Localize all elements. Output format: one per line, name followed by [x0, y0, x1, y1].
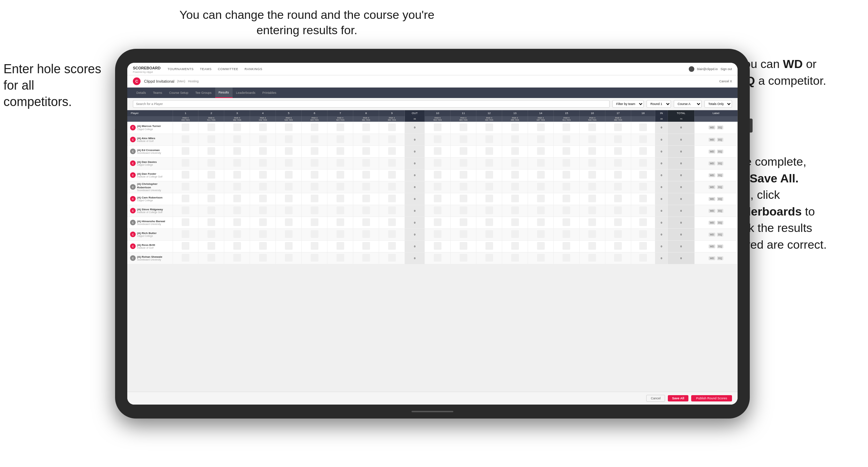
score-cell[interactable] — [485, 147, 493, 155]
score-cell[interactable] — [614, 171, 622, 179]
hole-1-input-8[interactable] — [173, 217, 198, 228]
hole-9-input-6[interactable] — [379, 193, 405, 205]
hole-12-input-7[interactable] — [476, 205, 502, 217]
hole-8-input-7[interactable] — [353, 205, 379, 217]
score-cell[interactable] — [311, 254, 318, 262]
score-cell[interactable] — [434, 242, 441, 250]
score-cell[interactable] — [511, 195, 519, 202]
hole-11-input-0[interactable] — [451, 122, 476, 134]
score-cell[interactable] — [259, 171, 267, 179]
hole-13-input-5[interactable] — [502, 181, 528, 193]
score-cell[interactable] — [588, 254, 596, 262]
hole-7-input-8[interactable] — [327, 217, 353, 228]
cancel-footer-button[interactable]: Cancel — [646, 395, 665, 402]
score-cell[interactable] — [639, 123, 647, 131]
wd-button[interactable]: WD — [709, 221, 716, 225]
score-cell[interactable] — [588, 171, 596, 179]
score-cell[interactable] — [639, 218, 647, 226]
score-cell[interactable] — [485, 135, 493, 143]
hole-6-input-7[interactable] — [302, 205, 327, 217]
score-cell[interactable] — [537, 171, 545, 179]
score-cell[interactable] — [311, 135, 318, 143]
hole-3-input-4[interactable] — [224, 169, 250, 181]
score-cell[interactable] — [537, 147, 545, 155]
score-cell[interactable] — [362, 242, 370, 250]
hole-1-input-4[interactable] — [173, 169, 198, 181]
score-cell[interactable] — [259, 195, 267, 202]
score-cell[interactable] — [460, 195, 467, 202]
hole-10-input-7[interactable] — [425, 205, 451, 217]
hole-16-input-3[interactable] — [579, 157, 605, 169]
hole-18-input-2[interactable] — [631, 145, 655, 157]
hole-10-input-4[interactable] — [425, 169, 451, 181]
score-cell[interactable] — [485, 123, 493, 131]
hole-11-input-1[interactable] — [451, 134, 476, 145]
score-cell[interactable] — [337, 183, 344, 190]
hole-2-input-4[interactable] — [198, 169, 224, 181]
dq-button[interactable]: DQ — [717, 209, 724, 213]
hole-17-input-1[interactable] — [605, 134, 631, 145]
score-cell[interactable] — [311, 218, 318, 226]
score-cell[interactable] — [337, 206, 344, 214]
hole-16-input-8[interactable] — [579, 217, 605, 228]
tab-leaderboards[interactable]: Leaderboards — [233, 88, 259, 98]
hole-15-input-6[interactable] — [554, 193, 580, 205]
score-cell[interactable] — [233, 254, 241, 262]
hole-12-input-0[interactable] — [476, 122, 502, 134]
hole-11-input-5[interactable] — [451, 181, 476, 193]
hole-1-input-10[interactable] — [173, 240, 198, 252]
score-cell[interactable] — [563, 195, 570, 202]
score-cell[interactable] — [614, 159, 622, 167]
score-cell[interactable] — [639, 254, 647, 262]
score-cell[interactable] — [511, 135, 519, 143]
score-cell[interactable] — [207, 123, 215, 131]
hole-2-input-9[interactable] — [198, 228, 224, 240]
score-cell[interactable] — [285, 171, 293, 179]
score-cell[interactable] — [337, 242, 344, 250]
score-cell[interactable] — [460, 123, 467, 131]
score-cell[interactable] — [207, 183, 215, 190]
hole-3-input-1[interactable] — [224, 134, 250, 145]
score-cell[interactable] — [362, 147, 370, 155]
hole-10-input-5[interactable] — [425, 181, 451, 193]
score-cell[interactable] — [537, 254, 545, 262]
hole-16-input-9[interactable] — [579, 228, 605, 240]
hole-13-input-1[interactable] — [502, 134, 528, 145]
hole-1-input-0[interactable] — [173, 122, 198, 134]
score-cell[interactable] — [485, 159, 493, 167]
hole-16-input-6[interactable] — [579, 193, 605, 205]
score-cell[interactable] — [588, 183, 596, 190]
score-cell[interactable] — [614, 123, 622, 131]
score-cell[interactable] — [233, 218, 241, 226]
hole-7-input-3[interactable] — [327, 157, 353, 169]
hole-15-input-2[interactable] — [554, 145, 580, 157]
score-cell[interactable] — [614, 206, 622, 214]
hole-11-input-11[interactable] — [451, 252, 476, 264]
hole-10-input-10[interactable] — [425, 240, 451, 252]
score-cell[interactable] — [233, 230, 241, 238]
score-cell[interactable] — [388, 135, 396, 143]
score-cell[interactable] — [259, 242, 267, 250]
score-cell[interactable] — [233, 242, 241, 250]
dq-button[interactable]: DQ — [717, 233, 724, 236]
filter-by-team-select[interactable]: Filter by team — [612, 100, 644, 108]
dq-button[interactable]: DQ — [717, 126, 724, 129]
dq-button[interactable]: DQ — [717, 161, 724, 165]
score-cell[interactable] — [537, 159, 545, 167]
hole-1-input-9[interactable] — [173, 228, 198, 240]
tab-details[interactable]: Details — [133, 88, 150, 98]
score-cell[interactable] — [614, 183, 622, 190]
dq-button[interactable]: DQ — [717, 197, 724, 201]
score-cell[interactable] — [362, 195, 370, 202]
hole-13-input-9[interactable] — [502, 228, 528, 240]
hole-17-input-4[interactable] — [605, 169, 631, 181]
score-cell[interactable] — [614, 242, 622, 250]
score-cell[interactable] — [362, 206, 370, 214]
hole-2-input-3[interactable] — [198, 157, 224, 169]
hole-8-input-2[interactable] — [353, 145, 379, 157]
hole-2-input-8[interactable] — [198, 217, 224, 228]
dq-button[interactable]: DQ — [717, 150, 724, 153]
hole-9-input-4[interactable] — [379, 169, 405, 181]
hole-14-input-7[interactable] — [528, 205, 554, 217]
hole-13-input-6[interactable] — [502, 193, 528, 205]
